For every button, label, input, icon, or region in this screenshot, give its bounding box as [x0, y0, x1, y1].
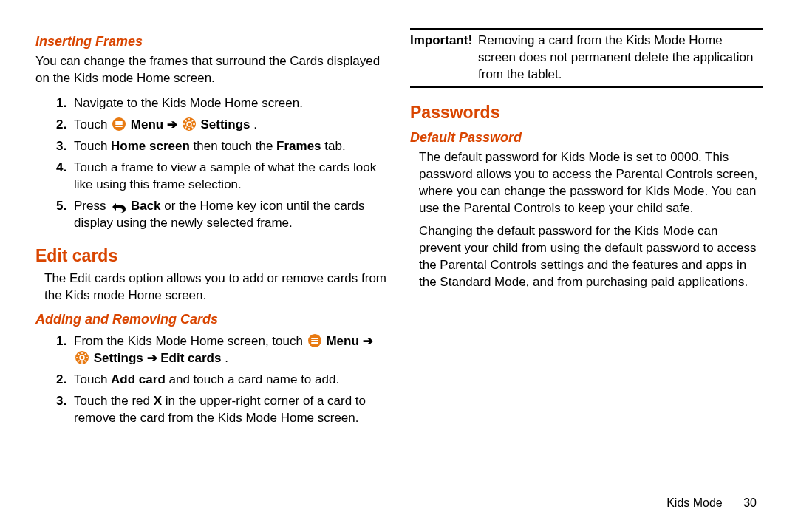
important-callout: Important! Removing a card from the Kids…	[410, 28, 763, 88]
steps-adding-removing: 1. From the Kids Mode Home screen, touch…	[56, 331, 388, 429]
step-item: 4. Touch a frame to view a sample of wha…	[56, 157, 388, 196]
step-item: 2. Touch Add card and touch a card name …	[56, 369, 388, 391]
svg-rect-17	[311, 342, 318, 344]
intro-inserting-frames: You can change the frames that surround …	[35, 53, 388, 87]
important-text: Removing a card from the Kids Mode Home …	[478, 33, 763, 83]
svg-rect-1	[115, 121, 123, 123]
subheading-inserting-frames: Inserting Frames	[35, 33, 388, 50]
svg-rect-15	[311, 338, 318, 339]
settings-icon	[182, 117, 197, 132]
step-item: 5. Press Back or the Home key icon until…	[56, 196, 388, 234]
right-column: Important! Removing a card from the Kids…	[410, 28, 763, 501]
subheading-adding-removing: Adding and Removing Cards	[35, 310, 388, 328]
menu-icon	[112, 117, 126, 132]
important-label: Important!	[410, 33, 478, 83]
step-item: 2. Touch Menu ➔ Settings .	[56, 115, 388, 136]
svg-rect-3	[115, 126, 123, 127]
footer-chapter: Kids Mode	[666, 497, 723, 509]
intro-edit-cards: The Edit cards option allows you to add …	[44, 270, 388, 304]
page-footer: Kids Mode 30	[666, 495, 757, 511]
paragraph-default-password-2: Changing the default password for the Ki…	[419, 223, 763, 291]
settings-icon	[75, 350, 89, 365]
subheading-default-password: Default Password	[410, 129, 763, 146]
svg-rect-2	[115, 123, 123, 125]
step-item: 3. Touch the red X in the upper-right co…	[56, 391, 388, 429]
paragraph-default-password-1: The default password for Kids Mode is se…	[419, 149, 763, 217]
step-item: 3. Touch Home screen then touch the Fram…	[56, 136, 388, 157]
step-item: 1. From the Kids Mode Home screen, touch…	[56, 331, 388, 369]
left-column: Inserting Frames You can change the fram…	[35, 28, 388, 501]
heading-edit-cards: Edit cards	[35, 245, 388, 267]
page-body: Inserting Frames You can change the fram…	[0, 0, 798, 519]
footer-page-number: 30	[743, 495, 757, 511]
back-icon	[110, 201, 126, 213]
steps-inserting-frames: 1. Navigate to the Kids Mode Home screen…	[56, 93, 388, 234]
svg-rect-16	[311, 340, 318, 341]
step-item: 1. Navigate to the Kids Mode Home screen…	[56, 93, 388, 115]
menu-icon	[307, 333, 322, 348]
heading-passwords: Passwords	[410, 101, 763, 124]
